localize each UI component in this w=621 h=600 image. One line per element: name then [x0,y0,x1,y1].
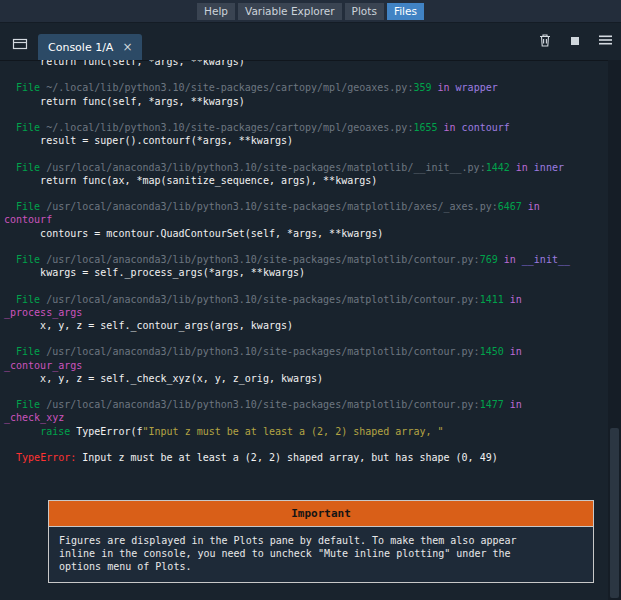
console-line: return func(self, *args, **kwargs) [4,60,608,68]
console-line [4,187,608,200]
notice-title: Important [49,501,593,527]
console-line: kwargs = self._process_args(*args, **kwa… [4,266,608,279]
trash-icon [538,33,552,51]
console-line: _process_args [4,306,608,319]
console-line: _check_xyz [4,411,608,424]
console-line: return func(self, *args, **kwargs) [4,95,608,108]
top-tab-help[interactable]: Help [197,3,235,20]
console-line: contourf [4,213,608,226]
console-line [4,68,608,81]
notice-line: Figures are displayed in the Plots pane … [59,535,583,548]
console-line: x, y, z = self._contour_args(args, kwarg… [4,319,608,332]
tab-console-1a[interactable]: Console 1/A × [38,34,142,60]
console-line: File /usr/local/anaconda3/lib/python3.10… [4,253,608,266]
console-line [4,438,608,451]
clear-console-button[interactable] [538,33,552,51]
console-line: File /usr/local/anaconda3/lib/python3.10… [4,161,608,174]
close-tab-icon[interactable]: × [122,41,132,53]
console-output: return func(self, *args, **kwargs) File … [4,60,608,464]
console-line: _contour_args [4,359,608,372]
top-tab-bar: HelpVariable ExplorerPlotsFiles [0,0,621,23]
console-line: return func(ax, *map(sanitize_sequence, … [4,174,608,187]
spyder-window: HelpVariable ExplorerPlotsFiles Console … [0,0,621,600]
console-line: File /usr/local/anaconda3/lib/python3.10… [4,293,608,306]
notice-box: Important Figures are displayed in the P… [48,500,594,582]
console-line: File ~/.local/lib/python3.10/site-packag… [4,121,608,134]
top-tab-variable-explorer[interactable]: Variable Explorer [238,3,342,20]
console-line [4,385,608,398]
stop-icon [570,34,580,49]
window-icon [12,37,28,54]
notice-line: inline in the console, you need to unche… [59,548,583,561]
console-line: File /usr/local/anaconda3/lib/python3.10… [4,398,608,411]
console-line [4,279,608,292]
interrupt-kernel-button[interactable] [570,34,580,49]
notice-line: options menu of Plots. [59,561,583,574]
top-tab-plots[interactable]: Plots [345,3,384,20]
top-tab-files[interactable]: Files [387,3,424,20]
console-line [4,332,608,345]
console-line: TypeError: Input z must be at least a (2… [4,451,608,464]
console-line: contours = mcontour.QuadContourSet(self,… [4,227,608,240]
console-output-area[interactable]: return func(self, *args, **kwargs) File … [0,60,608,600]
browse-tabs-button[interactable] [12,37,28,54]
console-line: File /usr/local/anaconda3/lib/python3.10… [4,200,608,213]
console-line: result = super().contourf(*args, **kwarg… [4,134,608,147]
vertical-scrollbar[interactable] [608,60,621,600]
console-line: x, y, z = self._check_xyz(x, y, z_orig, … [4,372,608,385]
plugin-tabs: HelpVariable ExplorerPlotsFiles [197,3,424,20]
console-line [4,240,608,253]
console-pane-header: Console 1/A × [0,23,621,61]
options-menu-button[interactable] [598,34,613,49]
hamburger-icon [598,34,613,49]
console-line [4,108,608,121]
console-tab-label: Console 1/A [48,41,113,54]
notice-body: Figures are displayed in the Plots pane … [49,527,593,581]
console-line [4,147,608,160]
scrollbar-thumb[interactable] [610,428,619,598]
console-line: File /usr/local/anaconda3/lib/python3.10… [4,345,608,358]
console-line: File ~/.local/lib/python3.10/site-packag… [4,81,608,94]
console-line: raise TypeError(f"Input z must be at lea… [4,425,608,438]
